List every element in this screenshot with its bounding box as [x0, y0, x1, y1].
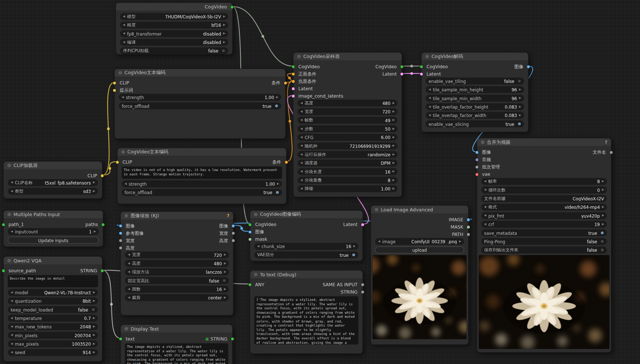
increment-arrow-icon[interactable]: ▶ — [393, 136, 395, 139]
toggle-indicator[interactable] — [352, 253, 356, 257]
output-slot-out-0[interactable] — [610, 150, 613, 154]
widget-w3[interactable]: ◀编译disabled▶ — [120, 39, 228, 46]
input-slot-latent[interactable] — [419, 72, 423, 76]
increment-arrow-icon[interactable]: ▶ — [93, 334, 95, 337]
widget-keep-model-loaded[interactable]: keep_model_loadedfalse — [8, 306, 98, 313]
decrement-arrow-icon[interactable]: ◀ — [128, 254, 130, 256]
output-slot-out-0[interactable] — [232, 224, 235, 228]
widget-w9[interactable]: ◀分块重叠8▶ — [298, 177, 397, 184]
input-slot-in-0[interactable] — [475, 150, 479, 154]
node-title-bar[interactable]: 合并为视频? — [477, 138, 611, 146]
widget-seed[interactable]: ◀seed914▶ — [8, 349, 98, 356]
output-slot-image[interactable] — [466, 218, 470, 221]
output-slot-latent[interactable] — [400, 72, 404, 76]
collapse-dot[interactable] — [254, 212, 258, 216]
node-title-bar[interactable]: CogVideo文本编码 — [115, 69, 286, 77]
widget-pix-fmt[interactable]: ◀pix_fmtyuv420p▶ — [481, 212, 607, 219]
increment-arrow-icon[interactable]: ▶ — [393, 179, 395, 182]
increment-arrow-icon[interactable]: ▶ — [223, 15, 225, 18]
header-output-dot[interactable] — [230, 5, 234, 9]
increment-arrow-icon[interactable]: ▶ — [93, 325, 95, 328]
decrement-arrow-icon[interactable]: ◀ — [257, 245, 259, 248]
widget-w2[interactable]: ◀帧数49▶ — [298, 117, 397, 124]
widget-vae[interactable]: VAE切分true — [254, 251, 359, 258]
input-slot-cogvideo[interactable] — [248, 223, 252, 226]
increment-arrow-icon[interactable]: ▶ — [223, 41, 225, 44]
increment-arrow-icon[interactable]: ▶ — [393, 153, 395, 156]
input-slot-cogvideo[interactable] — [291, 65, 295, 68]
decrement-arrow-icon[interactable]: ◀ — [301, 110, 303, 113]
decrement-arrow-icon[interactable]: ◀ — [301, 188, 303, 190]
output-slot-out-1[interactable] — [232, 231, 235, 235]
increment-arrow-icon[interactable]: ▶ — [393, 170, 395, 173]
widget-min-pixels[interactable]: ◀min_pixels200704▶ — [8, 332, 98, 339]
increment-arrow-icon[interactable]: ▶ — [393, 102, 395, 105]
widget-enable-vae-slicing[interactable]: enable_vae_slicingtrue — [426, 120, 524, 127]
widget-tile-sample-min-height[interactable]: ◀tile_sample_min_height96▶ — [426, 86, 524, 93]
decrement-arrow-icon[interactable]: ◀ — [301, 179, 303, 182]
widget-w3[interactable]: 固定宽高比false — [125, 277, 229, 284]
collapse-dot[interactable] — [121, 150, 125, 154]
widget-w8[interactable]: ◀分块长度16▶ — [298, 168, 397, 175]
node-cogvideo-text-encode-negative[interactable]: CogVideo文本编码CLIP条件The video is not of a … — [117, 148, 287, 204]
input-slot-in-2[interactable] — [291, 79, 295, 83]
widget-max-pixels[interactable]: ◀max_pixels1003520▶ — [8, 341, 98, 347]
node-display-text[interactable]: Display Texttext▦STRINGThe image depicts… — [120, 324, 233, 364]
text-widget[interactable]: Describe the image in detail — [8, 275, 98, 287]
output-slot-paths[interactable] — [101, 223, 105, 226]
input-slot-in-1[interactable] — [475, 158, 479, 161]
output-slot-string[interactable] — [230, 337, 234, 341]
decrement-arrow-icon[interactable]: ◀ — [301, 136, 303, 139]
increment-arrow-icon[interactable]: ▶ — [393, 188, 395, 190]
node-cogvideo-text-encode-positive[interactable]: CogVideo文本编码CLIP条件提示词◀strength1.00▶force… — [114, 69, 286, 139]
widget-model[interactable]: ◀modelQwen2-VL-7B-Instruct▶ — [8, 289, 98, 296]
widget-image[interactable]: ◀imageComfyUI_00239_.png▶ — [375, 238, 464, 245]
widget-w6[interactable]: ◀运行后操作randomize▶ — [298, 151, 397, 158]
increment-arrow-icon[interactable]: ▶ — [223, 24, 225, 27]
toggle-indicator[interactable] — [276, 190, 279, 194]
widget-ping-pong[interactable]: Ping-Pongfalse — [481, 238, 607, 245]
increment-arrow-icon[interactable]: ▶ — [277, 182, 279, 185]
increment-arrow-icon[interactable]: ▶ — [393, 110, 395, 113]
increment-arrow-icon[interactable]: ▶ — [602, 206, 604, 209]
widget-force-offload[interactable]: force_offloadtrue — [121, 189, 282, 196]
decrement-arrow-icon[interactable]: ◀ — [11, 291, 13, 294]
node-multiple-paths-input[interactable]: Multiple Paths Inputpath_1paths◀inputcou… — [3, 210, 103, 247]
decrement-arrow-icon[interactable]: ◀ — [484, 214, 486, 217]
collapse-dot[interactable] — [425, 55, 429, 58]
decrement-arrow-icon[interactable]: ◀ — [301, 102, 303, 105]
input-slot-cogvideo[interactable] — [419, 65, 423, 68]
decrement-arrow-icon[interactable]: ◀ — [301, 161, 303, 164]
widget-tile-overlap-factor-height[interactable]: ◀tile_overlap_factor_height0.083▶ — [426, 103, 524, 110]
decrement-arrow-icon[interactable]: ◀ — [123, 15, 125, 18]
decrement-arrow-icon[interactable]: ◀ — [484, 189, 486, 192]
increment-arrow-icon[interactable]: ▶ — [602, 214, 604, 217]
collapse-dot[interactable] — [124, 327, 128, 331]
input-slot-in-1[interactable] — [113, 88, 116, 92]
toggle-indicator[interactable] — [222, 49, 225, 52]
decrement-arrow-icon[interactable]: ◀ — [11, 317, 13, 320]
decrement-arrow-icon[interactable]: ◀ — [11, 325, 13, 328]
increment-arrow-icon[interactable]: ▶ — [602, 223, 604, 226]
input-slot-mask[interactable] — [248, 237, 252, 241]
node-clip-loader[interactable]: CLIP加载器CLIP◀CLIP名称t5xxl_fp8.safetensors▶… — [3, 161, 102, 199]
widget-w10[interactable]: ◀降噪1.00▶ — [298, 185, 397, 192]
output-slot-clip[interactable] — [101, 174, 104, 177]
decrement-arrow-icon[interactable]: ◀ — [301, 127, 303, 130]
increment-arrow-icon[interactable]: ▶ — [224, 262, 226, 265]
widget-strength[interactable]: ◀strength1.00▶ — [119, 94, 281, 101]
increment-arrow-icon[interactable]: ▶ — [93, 317, 95, 320]
node-cogvideo-model-loader[interactable]: CogVideo◀模型THUDM/CogVideoX-5b-I2V▶◀精度bf1… — [116, 3, 233, 55]
input-slot-path-1[interactable] — [1, 223, 5, 226]
increment-arrow-icon[interactable]: ▶ — [224, 288, 226, 291]
node-graph-canvas[interactable]: CogVideo◀模型THUDM/CogVideoX-5b-I2V▶◀精度bf1… — [0, 0, 640, 364]
widget-w8[interactable]: 保存到输出文件夹false — [481, 247, 607, 254]
widget-cpu[interactable]: 序列CPU卸载false — [120, 47, 228, 54]
increment-arrow-icon[interactable]: ▶ — [602, 180, 604, 183]
widget-w5[interactable]: ◀随机种721066991919299▶ — [298, 142, 397, 149]
output-slot-out-0[interactable] — [284, 160, 288, 164]
collapse-dot[interactable] — [124, 214, 128, 218]
output-slot-cogvideo[interactable] — [400, 65, 404, 68]
toggle-indicator[interactable] — [91, 308, 95, 312]
widget-temperature[interactable]: ◀temperature0.7▶ — [8, 315, 98, 322]
